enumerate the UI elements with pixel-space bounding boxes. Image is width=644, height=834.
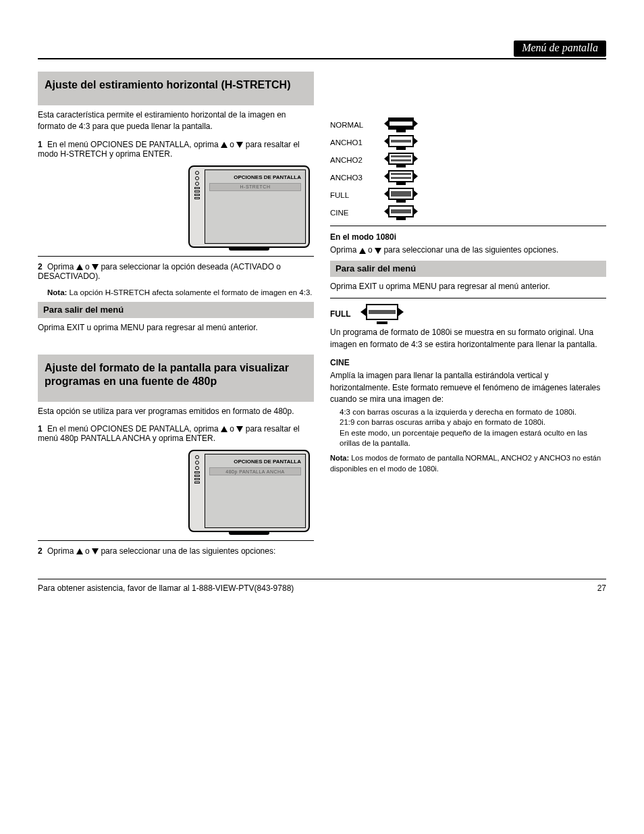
hstretch-step1: 1 En el menú OPCIONES DE PANTALLA, oprim… [38,140,314,159]
triangle-up-icon [76,264,83,270]
tv-illustration-hstretch: OPCIONES DE PANTALLA H-STRETCH [38,165,314,251]
rule [330,226,606,226]
step-number: 1 [38,140,43,149]
s2step1-text-b: o [230,424,236,434]
two-column-layout: Ajuste del estiramiento horizontal (H-ST… [38,72,606,563]
s2step2-text-a: Oprima [47,546,76,556]
triangle-down-icon [92,264,99,270]
tv-body-placeholder [209,194,301,199]
note-body: La opción H-STRETCH afecta solamente el … [70,288,313,296]
tv-highlighted-option: 480p PANTALLA ANCHA [225,469,284,474]
widescreen-cine-icon [384,205,418,220]
step2-text-a: Oprima [47,262,76,271]
banner-text: Menú de pantalla [514,41,606,57]
triangle-up-icon [76,548,83,554]
exit-title-right: Para salir del menú [336,263,416,273]
right-note-label: Nota: [330,454,349,462]
format-row-normal: NORMAL [330,118,606,132]
page-footer: Para obtener asistencia, favor de llamar… [38,579,606,593]
triangle-up-icon [221,426,227,432]
step-1080i: Oprima o para seleccionar una de las sig… [330,244,606,256]
cine-label: CINE [330,358,350,367]
step-number: 2 [38,546,43,556]
triangle-up-icon [359,248,366,254]
triangle-down-icon [92,548,99,554]
format-label: FULL [330,191,377,199]
mode-1080i-heading: En el modo 1080i [330,232,606,243]
cine-intro: Amplía la imagen para llenar la pantalla… [330,370,606,405]
section-heading-hstretch: Ajuste del estiramiento horizontal (H-ST… [38,72,314,105]
widescreen-ancho1-icon [384,135,418,150]
step-number: 2 [38,262,43,271]
exit-text-right: Oprima EXIT u oprima MENU para regresar … [330,281,606,292]
rule [330,298,606,298]
step-number: 1 [38,424,43,434]
rule [38,540,314,541]
sec480p-intro: Esta opción se utiliza para ver programa… [38,406,314,417]
step1-text-a: En el menú OPCIONES DE PANTALLA, oprima [47,140,221,149]
full-desc: Un programa de formato de 1080i se muest… [330,327,606,350]
format-row-full: FULL [330,188,606,203]
sec480p-step2: 2 Oprima o para seleccionar una de las s… [38,546,314,556]
format-row-cine: CINE [330,205,606,220]
right-note: Nota: Los modos de formato de pantalla N… [330,453,606,475]
tv-illustration-480p: OPCIONES DE PANTALLA 480p PANTALLA ANCHA [38,450,314,535]
s2step2-text-c: para seleccionar una de las siguientes o… [101,546,275,556]
widescreen-normal-icon [384,118,418,132]
rule [38,256,314,257]
widescreen-full-icon [384,188,418,203]
triangle-down-icon [236,142,243,148]
sec480p-step1: 1 En el menú OPCIONES DE PANTALLA, oprim… [38,424,314,443]
format-list: NORMAL ANCHO1 ANCHO2 ANCHO3 [330,118,606,220]
tv-body-placeholder [209,478,301,484]
s2step1-text-a: En el menú OPCIONES DE PANTALLA, oprima [47,424,221,434]
page-number: 27 [597,583,606,593]
cine-p2: 21:9 con barras oscuras arriba y abajo e… [340,417,606,428]
format-row-ancho1: ANCHO1 [330,135,606,150]
page-category-banner: Menú de pantalla [38,41,606,57]
exit-text: Oprima EXIT u oprima MENU para regresar … [38,322,314,334]
format-label: ANCHO1 [330,138,377,147]
widescreen-ancho2-icon [384,153,418,167]
format-label: NORMAL [330,121,377,129]
full-label: FULL [330,309,351,319]
widescreen-ancho3-icon [384,170,418,185]
tv-menu-title: OPCIONES DE PANTALLA [209,174,301,180]
s1080i-text-a: Oprima [330,245,359,255]
hstretch-step2: 2 Oprima o para seleccionar la opción de… [38,262,314,281]
s1080i-text-b: o [368,245,375,255]
format-label: CINE [330,209,377,217]
footer-assist-text: Para obtener asistencia, favor de llamar… [38,583,294,593]
triangle-down-icon [236,426,243,432]
widescreen-full-big-icon [360,304,404,324]
format-row-ancho3: ANCHO3 [330,170,606,185]
hstretch-note: Nota: La opción H-STRETCH afecta solamen… [47,288,314,298]
left-column: Ajuste del estiramiento horizontal (H-ST… [38,72,314,563]
mode-1080i-label: En el modo 1080i [330,232,396,242]
tv-highlighted-option: H-STRETCH [240,184,271,189]
s1080i-text-c: para seleccionar una de las siguientes o… [383,245,558,255]
right-note-body: Los modos de formato de pantalla NORMAL,… [330,454,601,473]
exit-heading-right: Para salir del menú [330,261,606,277]
tv-menu-title: OPCIONES DE PANTALLA [209,459,301,465]
note-label: Nota: [47,288,67,296]
step1-text-b: o [230,140,236,149]
cine-p3: En este modo, un porcentaje pequeño de l… [340,428,606,449]
hstretch-intro: Esta característica permite el estiramie… [38,109,314,133]
format-label: ANCHO2 [330,156,377,164]
section-heading-480p: Ajuste del formato de la pantalla para v… [38,355,314,402]
exit-title: Para salir del menú [43,305,124,315]
top-rule [38,58,606,59]
triangle-up-icon [221,142,227,148]
cine-p1: 4:3 con barras oscuras a la izquierda y … [340,407,606,418]
exit-heading: Para salir del menú [38,302,314,318]
cine-label-row: CINE [330,357,606,369]
format-label: ANCHO3 [330,174,377,182]
step2-text-b: o [85,262,92,271]
right-column: NORMAL ANCHO1 ANCHO2 ANCHO3 [330,72,606,563]
full-block: FULL [330,304,606,324]
triangle-down-icon [375,248,381,254]
s2step2-text-b: o [85,546,92,556]
format-row-ancho2: ANCHO2 [330,153,606,167]
